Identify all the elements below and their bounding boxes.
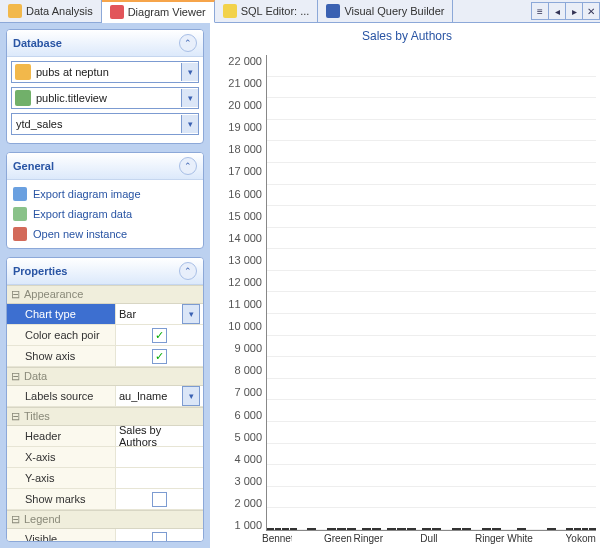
y-tick: 8 000 xyxy=(234,364,262,376)
bar xyxy=(275,528,282,530)
prop-labels-source[interactable]: Labels source au_lname▾ xyxy=(7,386,203,407)
checkbox-icon[interactable] xyxy=(152,492,167,507)
y-tick: 12 000 xyxy=(228,276,262,288)
tab-icon xyxy=(326,4,340,18)
prop-chart-type[interactable]: Chart type Bar▾ xyxy=(7,304,203,325)
general-panel: General ⌃ Export diagram imageExport dia… xyxy=(6,152,204,249)
checkbox-icon[interactable]: ✓ xyxy=(152,328,167,343)
y-tick: 19 000 xyxy=(228,121,262,133)
tab-icon xyxy=(223,4,237,18)
collapse-icon[interactable]: ⌃ xyxy=(179,34,197,52)
body: Database ⌃ pubs at neptun ▾ public.title… xyxy=(0,23,600,548)
chevron-down-icon[interactable]: ▾ xyxy=(181,89,198,107)
schema-combo[interactable]: public.titleview ▾ xyxy=(11,87,199,109)
bar-group xyxy=(357,528,387,530)
bar-group xyxy=(327,528,357,530)
y-tick: 18 000 xyxy=(228,143,262,155)
table-icon xyxy=(15,90,31,106)
bar xyxy=(282,528,289,530)
properties-panel: Properties ⌃ Appearance Chart type Bar▾ … xyxy=(6,257,204,542)
collapse-icon[interactable]: ⌃ xyxy=(179,157,197,175)
link-export-diagram-image[interactable]: Export diagram image xyxy=(11,184,199,204)
x-label xyxy=(292,531,322,544)
database-header: Database ⌃ xyxy=(7,30,203,57)
y-tick: 1 000 xyxy=(234,519,262,531)
database-title: Database xyxy=(13,37,179,49)
chevron-down-icon[interactable]: ▾ xyxy=(182,304,200,324)
x-label: Ringer xyxy=(353,531,383,544)
prop-group-legend[interactable]: Legend xyxy=(7,510,203,529)
y-tick: 21 000 xyxy=(228,77,262,89)
plot-area xyxy=(266,55,596,531)
y-tick: 14 000 xyxy=(228,232,262,244)
y-tick: 13 000 xyxy=(228,254,262,266)
bar-group xyxy=(476,528,506,530)
app-root: Data AnalysisDiagram ViewerSQL Editor: .… xyxy=(0,0,600,548)
action-icon xyxy=(13,187,27,201)
y-tick: 7 000 xyxy=(234,386,262,398)
bar-group xyxy=(387,528,417,530)
bar xyxy=(397,528,406,530)
bar-group xyxy=(446,528,476,530)
tab-scroll-right-icon[interactable]: ▸ xyxy=(565,2,583,20)
tab-label: Diagram Viewer xyxy=(128,6,206,18)
y-tick: 6 000 xyxy=(234,409,262,421)
bar xyxy=(267,528,274,530)
tab-list-icon[interactable]: ≡ xyxy=(531,2,549,20)
prop-color-each[interactable]: Color each poir ✓ xyxy=(7,325,203,346)
chevron-down-icon[interactable]: ▾ xyxy=(182,386,200,406)
prop-group-data[interactable]: Data xyxy=(7,367,203,386)
x-label: Yokomoto xyxy=(566,531,596,544)
y-axis: 22 00021 00020 00019 00018 00017 00016 0… xyxy=(218,55,266,531)
prop-yaxis[interactable]: Y-axis xyxy=(7,468,203,489)
collapse-icon[interactable]: ⌃ xyxy=(179,262,197,280)
chart-plot-wrap: 22 00021 00020 00019 00018 00017 00016 0… xyxy=(218,55,596,531)
tab-data-analysis[interactable]: Data Analysis xyxy=(0,0,102,22)
prop-visible[interactable]: Visible xyxy=(7,529,203,541)
tab-bar: Data AnalysisDiagram ViewerSQL Editor: .… xyxy=(0,0,600,23)
prop-show-marks[interactable]: Show marks xyxy=(7,489,203,510)
link-export-diagram-data[interactable]: Export diagram data xyxy=(11,204,199,224)
chevron-down-icon[interactable]: ▾ xyxy=(181,63,198,81)
tab-icon xyxy=(110,5,124,19)
bar xyxy=(589,528,596,530)
prop-header[interactable]: Header Sales by Authors xyxy=(7,426,203,447)
x-label xyxy=(383,531,413,544)
link-open-new-instance[interactable]: Open new instance xyxy=(11,224,199,244)
bar xyxy=(387,528,396,530)
bar xyxy=(307,528,316,530)
y-tick: 4 000 xyxy=(234,453,262,465)
bar xyxy=(422,528,431,530)
bar xyxy=(566,528,573,530)
prop-show-axis[interactable]: Show axis ✓ xyxy=(7,346,203,367)
x-label: Bennet xyxy=(262,531,292,544)
y-tick: 3 000 xyxy=(234,475,262,487)
properties-header: Properties ⌃ xyxy=(7,258,203,285)
prop-xaxis[interactable]: X-axis xyxy=(7,447,203,468)
chevron-down-icon[interactable]: ▾ xyxy=(181,115,198,133)
general-title: General xyxy=(13,160,179,172)
tab-label: Visual Query Builder xyxy=(344,5,444,17)
bar xyxy=(492,528,501,530)
tab-sql-editor-[interactable]: SQL Editor: ... xyxy=(215,0,319,22)
properties-title: Properties xyxy=(13,265,179,277)
chart-title: Sales by Authors xyxy=(218,29,596,43)
tab-scroll-left-icon[interactable]: ◂ xyxy=(548,2,566,20)
y-tick: 11 000 xyxy=(228,298,262,310)
tab-visual-query-builder[interactable]: Visual Query Builder xyxy=(318,0,453,22)
prop-group-appearance[interactable]: Appearance xyxy=(7,285,203,304)
x-label xyxy=(444,531,474,544)
connection-value: pubs at neptun xyxy=(34,66,181,78)
checkbox-icon[interactable]: ✓ xyxy=(152,349,167,364)
y-tick: 16 000 xyxy=(228,188,262,200)
bar xyxy=(574,528,581,530)
tab-controls: ≡ ◂ ▸ ✕ xyxy=(532,0,600,22)
connection-combo[interactable]: pubs at neptun ▾ xyxy=(11,61,199,83)
link-label: Open new instance xyxy=(33,228,127,240)
tab-close-icon[interactable]: ✕ xyxy=(582,2,600,20)
bar xyxy=(290,528,297,530)
tab-diagram-viewer[interactable]: Diagram Viewer xyxy=(102,0,215,23)
column-combo[interactable]: ytd_sales ▾ xyxy=(11,113,199,135)
checkbox-icon[interactable] xyxy=(152,532,167,542)
y-tick: 15 000 xyxy=(228,210,262,222)
